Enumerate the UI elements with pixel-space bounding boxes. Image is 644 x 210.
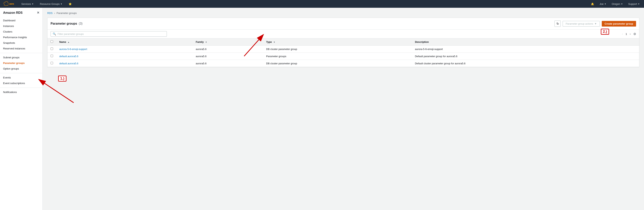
row-1-checkbox-cell [48,46,56,53]
description-column-header: Description [412,38,639,46]
sidebar-header: Amazon RDS ✕ [0,11,42,18]
parameter-groups-table: Name ▲ Family ▼ Type ▼ [48,38,639,67]
row-3-checkbox-cell [48,60,56,67]
sidebar-item-notifications[interactable]: Notifications [0,89,42,95]
parameter-groups-panel: Parameter groups (3) ↻ Parameter group a… [47,18,639,67]
row-2-checkbox-cell [48,53,56,60]
parameter-group-actions-button[interactable]: Parameter group actions ▼ [563,21,600,26]
breadcrumb-current: Parameter groups [56,12,77,14]
row-2-name-link[interactable]: default.aurora5.6 [59,55,78,58]
select-all-checkbox[interactable] [50,40,53,43]
refresh-button[interactable]: ↻ [554,20,561,27]
create-parameter-group-button[interactable]: Create parameter group [602,21,636,26]
type-column-header[interactable]: Type ▼ [263,38,412,46]
row-2-checkbox[interactable] [50,55,53,57]
table-body: aurora-5-6-emoji-support aurora5.6 DB cl… [48,46,639,67]
select-all-header [48,38,56,46]
row-1-name-link[interactable]: aurora-5-6-emoji-support [59,48,87,50]
table-row: default.aurora5.6 aurora5.6 DB cluster p… [48,60,639,67]
row-1-name: aurora-5-6-emoji-support [56,46,192,53]
row-2-type: Parameter groups [263,53,412,60]
table-container: Name ▲ Family ▼ Type ▼ [48,38,639,67]
notifications-bell[interactable]: 🔔 [590,0,595,8]
table-header: Name ▲ Family ▼ Type ▼ [48,38,639,46]
sidebar-item-subnet-groups[interactable]: Subnet groups [0,55,42,60]
panel-actions: ↻ Parameter group actions ▼ Create param… [554,20,636,27]
sidebar-item-events[interactable]: Events [0,75,42,80]
search-bar: 🔍 ‹ 1 › ⚙ [48,30,639,38]
row-3-family: aurora5.6 [192,60,263,67]
aws-logo[interactable]: aws [3,1,15,6]
favorites-icon[interactable]: ⭐ [68,0,73,8]
region-menu[interactable]: Oregon ▼ [610,0,624,8]
sidebar-item-clusters[interactable]: Clusters [0,29,42,34]
top-navigation: aws Services ▼ Resource Groups ▼ ⭐ 🔔 Joe… [0,0,644,8]
table-row: aurora-5-6-emoji-support aurora5.6 DB cl… [48,46,639,53]
next-page-button[interactable]: › [628,32,632,36]
sidebar: Amazon RDS ✕ Dashboard Instances Cluster… [0,8,42,210]
sidebar-close-button[interactable]: ✕ [37,11,39,14]
row-2-name: default.aurora5.6 [56,53,192,60]
support-chevron-icon: ▼ [638,3,640,5]
nav-right-section: 🔔 Joe ▼ Oregon ▼ Support ▼ [590,0,641,8]
type-sort-icon: ▼ [273,41,275,43]
family-sort-icon: ▼ [205,41,207,43]
row-1-description: aurora-5-6-emoji-support [412,46,639,53]
search-icon: 🔍 [53,32,56,36]
sidebar-item-dashboard[interactable]: Dashboard [0,18,42,23]
sidebar-item-reserved-instances[interactable]: Reserved instances [0,46,42,51]
services-menu[interactable]: Services ▼ [20,0,35,8]
panel-header: Parameter groups (3) ↻ Parameter group a… [48,18,639,30]
actions-chevron-icon: ▼ [594,22,597,25]
search-wrapper: 🔍 [50,31,167,36]
sidebar-item-parameter-groups[interactable]: Parameter groups [0,60,42,66]
panel-title: Parameter groups (3) [50,22,82,26]
name-sort-icon: ▲ [68,41,70,43]
settings-button[interactable]: ⚙ [633,32,636,36]
row-1-family: aurora5.6 [192,46,263,53]
prev-page-button[interactable]: ‹ [621,32,624,36]
row-2-description: Default parameter group for aurora5.6 [412,53,639,60]
user-chevron-icon: ▼ [604,3,606,5]
breadcrumb-parent[interactable]: RDS [47,12,52,14]
sidebar-title: Amazon RDS [3,11,22,14]
services-chevron-icon: ▼ [32,3,34,5]
row-3-type: DB cluster parameter group [263,60,412,67]
page-layout: Amazon RDS ✕ Dashboard Instances Cluster… [0,8,644,210]
page-number: 1 [626,32,627,36]
resource-groups-menu[interactable]: Resource Groups ▼ [39,0,64,8]
family-column-header[interactable]: Family ▼ [192,38,263,46]
pagination: ‹ 1 › ⚙ [621,32,636,36]
breadcrumb-separator: › [54,12,55,14]
row-3-name: default.aurora5.6 [56,60,192,67]
user-menu[interactable]: Joe ▼ [598,0,608,8]
support-menu[interactable]: Support ▼ [627,0,641,8]
row-1-type: DB cluster parameter group [263,46,412,53]
search-input[interactable] [58,32,165,36]
row-3-checkbox[interactable] [50,62,53,64]
sidebar-item-option-groups[interactable]: Option groups [0,66,42,72]
sidebar-item-snapshots[interactable]: Snapshots [0,40,42,46]
main-content: RDS › Parameter groups Parameter groups … [42,8,644,210]
row-3-description: Default cluster parameter group for auro… [412,60,639,67]
row-2-family: aurora5.6 [192,53,263,60]
resource-groups-chevron-icon: ▼ [60,3,62,5]
sidebar-item-event-subscriptions[interactable]: Event subscriptions [0,80,42,86]
name-column-header[interactable]: Name ▲ [56,38,192,46]
sidebar-item-performance-insights[interactable]: Performance Insights [0,34,42,40]
svg-text:aws: aws [9,2,14,5]
region-chevron-icon: ▼ [621,3,623,5]
row-3-name-link[interactable]: default.aurora5.6 [59,62,78,65]
row-1-checkbox[interactable] [50,48,53,50]
breadcrumb: RDS › Parameter groups [47,12,639,14]
sidebar-divider-3 [0,88,42,88]
sidebar-item-instances[interactable]: Instances [0,23,42,29]
table-row: default.aurora5.6 aurora5.6 Parameter gr… [48,53,639,60]
sidebar-divider-2 [0,73,42,73]
